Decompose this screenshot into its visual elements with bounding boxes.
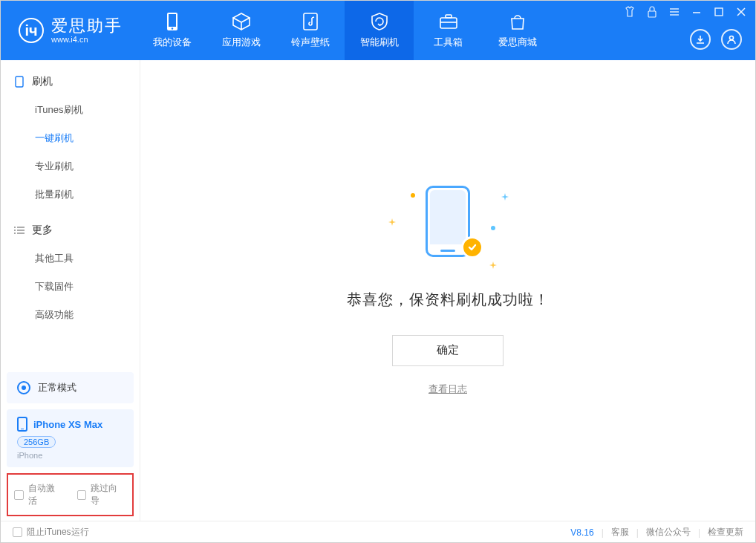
- svg-point-21: [14, 230, 16, 231]
- sidebar-section-flash: 刷机: [1, 68, 140, 96]
- close-button[interactable]: [734, 5, 748, 19]
- device-capacity-badge: 256GB: [17, 436, 56, 448]
- link-customer-service[interactable]: 客服: [611, 526, 629, 539]
- svg-rect-12: [715, 8, 723, 16]
- success-message: 恭喜您，保资料刷机成功啦！: [347, 290, 550, 310]
- sidebar-section-more: 更多: [1, 216, 140, 244]
- sidebar-item-advanced[interactable]: 高级功能: [1, 301, 140, 329]
- mode-card[interactable]: 正常模式: [7, 372, 134, 403]
- status-bar: 阻止iTunes运行 V8.16 | 客服 | 微信公众号 | 检查更新: [1, 521, 755, 543]
- phone-icon: [163, 12, 182, 31]
- success-illustration: [403, 186, 492, 275]
- checkbox-icon: [77, 490, 87, 500]
- svg-rect-4: [440, 18, 457, 28]
- link-check-update[interactable]: 检查更新: [708, 526, 743, 539]
- list-icon: [14, 225, 25, 235]
- app-title: 爱思助手: [51, 17, 123, 35]
- tab-ringtones[interactable]: 铃声壁纸: [276, 1, 345, 60]
- device-phone-icon: [17, 417, 27, 432]
- device-card[interactable]: iPhone XS Max 256GB iPhone: [7, 409, 134, 467]
- menu-icon[interactable]: [668, 5, 681, 19]
- lock-icon[interactable]: [645, 5, 659, 19]
- sidebar-item-other-tools[interactable]: 其他工具: [1, 244, 140, 273]
- cube-icon: [232, 12, 251, 31]
- svg-point-22: [14, 233, 16, 234]
- svg-point-20: [14, 227, 16, 228]
- svg-rect-7: [648, 11, 656, 17]
- tab-store[interactable]: 爱思商城: [483, 1, 552, 60]
- version-label: V8.16: [570, 527, 593, 538]
- sidebar-item-download-firmware[interactable]: 下载固件: [1, 273, 140, 301]
- tab-apps-games[interactable]: 应用游戏: [206, 1, 276, 60]
- sidebar-item-itunes-flash[interactable]: iTunes刷机: [1, 96, 140, 124]
- svg-point-2: [171, 27, 172, 29]
- toolbox-icon: [439, 12, 458, 31]
- highlighted-options: 自动激活 跳过向导: [7, 473, 134, 516]
- app-subtitle: www.i4.cn: [51, 35, 123, 44]
- main-content: 恭喜您，保资料刷机成功啦！ 确定 查看日志: [140, 60, 755, 521]
- ok-button[interactable]: 确定: [392, 335, 504, 366]
- shield-refresh-icon: [370, 12, 389, 31]
- user-button[interactable]: [721, 29, 742, 50]
- svg-rect-5: [446, 15, 452, 18]
- svg-rect-16: [16, 77, 23, 87]
- titlebar-controls: [623, 5, 748, 19]
- mode-icon: [17, 381, 30, 394]
- tab-smart-flash[interactable]: 智能刷机: [345, 1, 414, 60]
- header-bar: iч 爱思助手 www.i4.cn 我的设备 应用游戏 铃声壁纸 智能刷机 工具…: [1, 1, 755, 60]
- device-name-label: iPhone XS Max: [33, 419, 102, 430]
- bag-icon: [508, 12, 527, 31]
- tab-toolbox[interactable]: 工具箱: [414, 1, 483, 60]
- music-file-icon: [301, 12, 320, 31]
- phone-outline-icon: [14, 77, 25, 87]
- maximize-button[interactable]: [712, 5, 726, 19]
- checkbox-icon: [13, 527, 22, 537]
- minimize-button[interactable]: [690, 5, 703, 19]
- checkbox-auto-activate[interactable]: 自动激活: [14, 482, 64, 507]
- checkbox-block-itunes[interactable]: 阻止iTunes运行: [13, 526, 89, 539]
- logo: iч 爱思助手 www.i4.cn: [1, 17, 137, 44]
- svg-point-15: [730, 36, 734, 40]
- svg-rect-3: [304, 13, 317, 30]
- sidebar-item-pro-flash[interactable]: 专业刷机: [1, 152, 140, 181]
- checkmark-icon: [461, 236, 483, 259]
- sidebar-item-one-key-flash[interactable]: 一键刷机: [1, 124, 140, 152]
- shirt-icon[interactable]: [623, 5, 636, 19]
- logo-icon: iч: [19, 18, 44, 43]
- checkbox-skip-guide[interactable]: 跳过向导: [77, 482, 127, 507]
- nav-tabs: 我的设备 应用游戏 铃声壁纸 智能刷机 工具箱 爱思商城: [137, 1, 552, 60]
- view-log-link[interactable]: 查看日志: [428, 383, 467, 396]
- checkbox-icon: [14, 490, 24, 500]
- svg-rect-1: [169, 14, 176, 27]
- device-type-label: iPhone: [17, 451, 123, 460]
- sidebar: 刷机 iTunes刷机 一键刷机 专业刷机 批量刷机 更多 其他工具 下载固件 …: [1, 60, 140, 521]
- download-button[interactable]: [690, 29, 711, 50]
- sidebar-item-batch-flash[interactable]: 批量刷机: [1, 181, 140, 209]
- link-wechat[interactable]: 微信公众号: [646, 526, 691, 539]
- mode-label: 正常模式: [38, 381, 76, 394]
- tab-my-device[interactable]: 我的设备: [137, 1, 206, 60]
